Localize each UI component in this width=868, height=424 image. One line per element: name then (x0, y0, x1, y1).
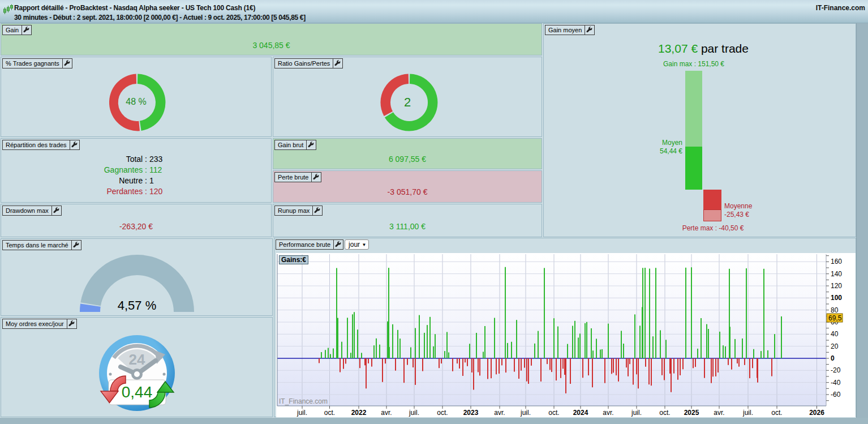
svg-text:oct.: oct. (548, 409, 559, 417)
svg-text:24: 24 (129, 351, 145, 368)
svg-text:0: 0 (831, 354, 835, 362)
svg-text:80: 80 (831, 306, 839, 314)
svg-text:oct.: oct. (324, 409, 335, 417)
svg-text:100: 100 (831, 294, 842, 302)
svg-text:-60: -60 (831, 391, 841, 399)
svg-text:20: 20 (831, 342, 839, 350)
svg-text:2025: 2025 (684, 409, 699, 417)
svg-text:2024: 2024 (573, 409, 588, 417)
svg-text:-20: -20 (831, 366, 841, 374)
svg-text:juil.: juil. (409, 409, 419, 417)
svg-text:oct.: oct. (437, 409, 448, 417)
svg-text:oct.: oct. (771, 409, 782, 417)
svg-text:avr.: avr. (494, 409, 505, 417)
svg-text:120: 120 (831, 282, 842, 290)
svg-text:avr.: avr. (603, 409, 613, 417)
svg-text:juil.: juil. (631, 409, 642, 417)
svg-text:69,5: 69,5 (828, 314, 842, 322)
svg-text:-40: -40 (831, 379, 841, 387)
svg-text:juil.: juil. (297, 409, 307, 417)
svg-text:oct.: oct. (659, 409, 670, 417)
svg-text:0,44: 0,44 (122, 383, 153, 401)
svg-text:juil.: juil. (742, 409, 753, 417)
svg-text:2022: 2022 (351, 409, 367, 417)
svg-text:2023: 2023 (463, 409, 479, 417)
svg-text:avr.: avr. (714, 409, 724, 417)
svg-text:140: 140 (831, 270, 842, 278)
svg-text:juil.: juil. (520, 409, 531, 417)
svg-text:160: 160 (831, 258, 842, 265)
svg-text:40: 40 (831, 330, 839, 338)
svg-text:2026: 2026 (809, 409, 824, 417)
svg-text:avr.: avr. (381, 409, 392, 417)
svg-text:IT_Finance.com: IT_Finance.com (279, 397, 328, 405)
